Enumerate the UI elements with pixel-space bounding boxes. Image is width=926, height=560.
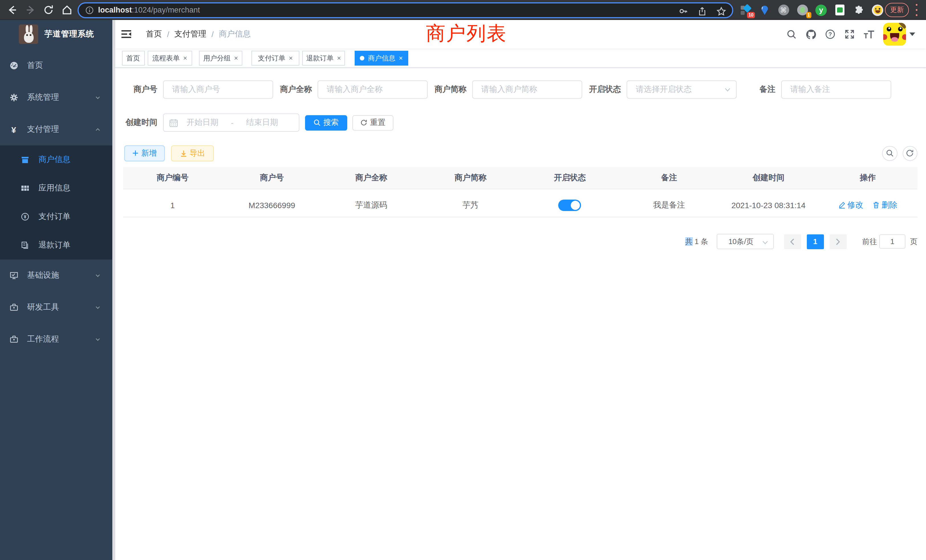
font-size-icon[interactable]	[859, 20, 879, 48]
extension-green-y-icon[interactable]: y	[816, 4, 827, 16]
extension-command-icon[interactable]: ⌘	[778, 4, 789, 16]
sidebar-item-dev-tools[interactable]: 研发工具	[0, 291, 112, 323]
show-search-toggle-button[interactable]	[882, 146, 897, 161]
back-icon[interactable]	[7, 5, 18, 15]
fullscreen-icon[interactable]	[840, 20, 859, 48]
export-button[interactable]: 导出	[171, 145, 214, 161]
app-logo-row[interactable]: 芋道管理系统	[0, 20, 112, 48]
extensions-puzzle-icon[interactable]	[853, 4, 864, 16]
breadcrumb-pay[interactable]: 支付管理	[174, 29, 206, 39]
col-remark: 备注	[619, 167, 719, 189]
annotation-title: 商户列表	[426, 21, 507, 47]
tab-pay-order[interactable]: 支付订单×	[251, 51, 300, 65]
header-search-icon[interactable]	[782, 20, 801, 48]
sidebar-item-system[interactable]: 系统管理	[0, 82, 112, 114]
remark-input[interactable]: 请输入备注	[781, 80, 891, 98]
extension-green-doc-icon[interactable]	[834, 4, 846, 16]
github-icon[interactable]	[801, 20, 820, 48]
sidebar-item-pay[interactable]: ¥ 支付管理	[0, 114, 112, 145]
tags-view-bar: 首页 流程表单× 用户分组× 支付订单× 退款订单× 商户信息×	[115, 48, 926, 68]
breadcrumb-current: 商户信息	[219, 29, 251, 39]
extensions-row: 10 ⌘ 1 y	[740, 1, 883, 19]
update-button[interactable]: 更新	[885, 3, 909, 17]
page-1-button[interactable]: 1	[806, 234, 824, 249]
tab-close-icon[interactable]: ×	[289, 55, 293, 62]
breadcrumb-home[interactable]: 首页	[146, 29, 162, 39]
col-status: 开启状态	[520, 167, 619, 189]
help-icon[interactable]: ?	[820, 20, 840, 48]
sidebar-item-refund-order[interactable]: 退款订单	[0, 231, 112, 259]
briefcase-icon	[9, 335, 18, 344]
sidebar-item-merchant-info[interactable]: 商户信息	[0, 145, 112, 174]
profile-emoji-icon[interactable]	[872, 4, 883, 16]
status-toggle[interactable]	[558, 200, 581, 211]
tab-refund-order[interactable]: 退款订单×	[302, 51, 345, 65]
extension-blue-diamond-icon[interactable]: 10	[740, 4, 752, 16]
extension-balloon-icon[interactable]	[759, 4, 770, 16]
goto-page-input[interactable]	[879, 235, 905, 249]
tab-process-form[interactable]: 流程表单×	[148, 51, 192, 65]
dashboard-icon	[9, 61, 18, 70]
sidebar-item-app-info[interactable]: 应用信息	[0, 174, 112, 203]
edit-link[interactable]: 修改	[838, 200, 863, 210]
sidebar-scrollbar[interactable]	[112, 20, 115, 560]
caret-down-icon	[909, 32, 915, 36]
date-separator: -	[231, 118, 233, 127]
site-info-icon[interactable]	[86, 6, 94, 14]
tab-close-icon[interactable]: ×	[337, 55, 341, 62]
browser-menu-icon[interactable]	[915, 4, 918, 16]
filter-label-merchant-no: 商户号	[118, 85, 157, 95]
refresh-button[interactable]	[902, 146, 917, 161]
shop-icon	[21, 156, 29, 163]
forward-icon[interactable]	[25, 5, 36, 15]
next-page-button[interactable]	[829, 234, 847, 249]
tab-close-icon[interactable]: ×	[234, 55, 238, 62]
sidebar-item-workflow[interactable]: 工作流程	[0, 323, 112, 355]
sidebar-item-pay-order[interactable]: ¥ 支付订单	[0, 203, 112, 231]
col-actions: 操作	[818, 167, 917, 189]
share-icon[interactable]	[698, 6, 707, 16]
home-icon[interactable]	[62, 5, 73, 15]
pagination: 共 1 条 10条/页 1 前往 页	[123, 234, 917, 249]
extension-grey-circle-icon[interactable]: 1	[797, 4, 808, 16]
tab-merchant-info[interactable]: 商户信息×	[355, 51, 408, 65]
bookmark-star-icon[interactable]	[716, 6, 726, 16]
delete-link[interactable]: 删除	[872, 200, 897, 210]
extension-badge-1: 1	[806, 12, 811, 18]
merchant-no-input[interactable]: 请输入商户号	[163, 80, 273, 98]
status-select[interactable]: 请选择开启状态	[626, 80, 737, 98]
start-date-placeholder: 开始日期	[186, 118, 218, 128]
tab-home[interactable]: 首页	[122, 51, 145, 65]
search-button[interactable]: 搜索	[305, 115, 347, 130]
tab-close-icon[interactable]: ×	[183, 55, 187, 62]
user-avatar-menu[interactable]	[883, 23, 915, 45]
page-unit-label: 页	[910, 236, 917, 247]
sidebar-toggle-icon[interactable]	[121, 30, 131, 39]
reload-icon[interactable]	[43, 5, 54, 15]
password-key-icon[interactable]	[679, 6, 688, 16]
filter-label-remark: 备注	[737, 85, 775, 95]
tab-user-group[interactable]: 用户分组×	[199, 51, 242, 65]
prev-page-button[interactable]	[784, 234, 801, 249]
sidebar-item-infra[interactable]: 基础设施	[0, 259, 112, 291]
sidebar-item-home[interactable]: 首页	[0, 50, 112, 82]
cell-short-name: 芋艿	[421, 189, 520, 217]
full-name-input[interactable]: 请输入商户全称	[318, 80, 427, 98]
browser-chrome: localhost:1024/pay/merchant 10 ⌘ 1 y	[0, 0, 926, 20]
gear-icon	[9, 93, 18, 102]
reset-button[interactable]: 重置	[353, 115, 393, 130]
toolbox-icon	[9, 303, 18, 312]
end-date-placeholder: 结束日期	[246, 118, 278, 128]
add-button[interactable]: 新增	[124, 145, 165, 161]
pagination-total: 共 1 条	[685, 236, 708, 247]
tab-close-icon[interactable]: ×	[399, 55, 403, 62]
cell-merchant-id: 1	[123, 189, 222, 217]
cell-full-name: 芋道源码	[322, 189, 421, 217]
yen-icon: ¥	[9, 125, 18, 134]
toolbar-row: 新增 导出	[115, 145, 917, 161]
col-merchant-no: 商户号	[222, 167, 321, 189]
create-time-range-input[interactable]: 开始日期 - 结束日期	[163, 114, 300, 132]
address-bar[interactable]: localhost:1024/pay/merchant	[77, 2, 733, 18]
page-size-select[interactable]: 10条/页	[716, 234, 773, 249]
short-name-input[interactable]: 请输入商户简称	[472, 80, 582, 98]
